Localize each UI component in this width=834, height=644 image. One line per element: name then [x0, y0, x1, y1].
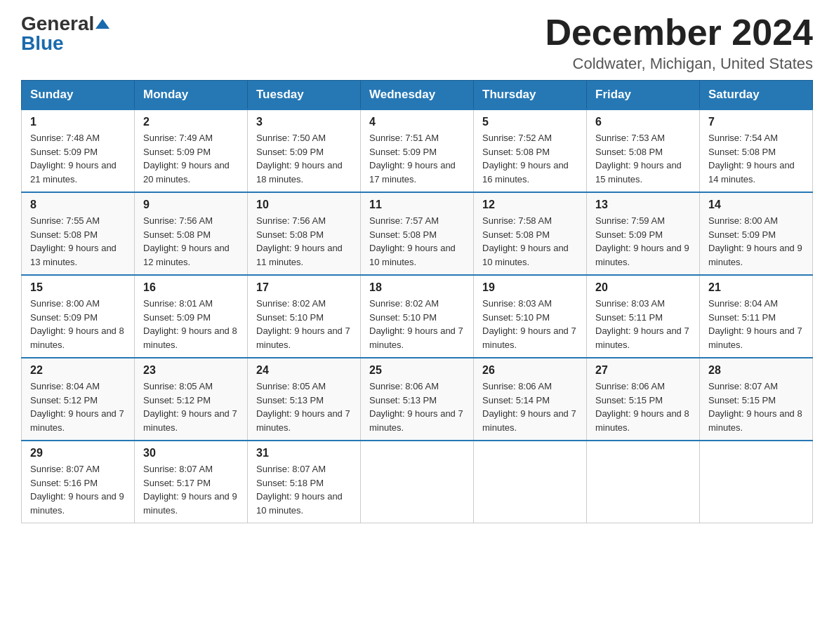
calendar-cell: 18 Sunrise: 8:02 AMSunset: 5:10 PMDaylig… [361, 275, 474, 358]
day-number: 30 [143, 447, 239, 459]
calendar-cell: 8 Sunrise: 7:55 AMSunset: 5:08 PMDayligh… [22, 192, 135, 275]
calendar-cell: 14 Sunrise: 8:00 AMSunset: 5:09 PMDaylig… [700, 192, 813, 275]
calendar-cell: 17 Sunrise: 8:02 AMSunset: 5:10 PMDaylig… [248, 275, 361, 358]
day-info: Sunrise: 8:05 AMSunset: 5:12 PMDaylight:… [143, 381, 237, 433]
day-number: 24 [256, 364, 352, 377]
day-number: 27 [595, 364, 691, 377]
day-number: 1 [30, 116, 126, 128]
calendar-cell: 10 Sunrise: 7:56 AMSunset: 5:08 PMDaylig… [248, 192, 361, 275]
calendar-week-row-4: 22 Sunrise: 8:04 AMSunset: 5:12 PMDaylig… [22, 358, 813, 441]
day-info: Sunrise: 8:04 AMSunset: 5:12 PMDaylight:… [30, 381, 124, 433]
day-number: 16 [143, 281, 239, 294]
day-number: 3 [256, 116, 352, 128]
day-info: Sunrise: 8:01 AMSunset: 5:09 PMDaylight:… [143, 298, 237, 350]
calendar-cell: 5 Sunrise: 7:52 AMSunset: 5:08 PMDayligh… [474, 109, 587, 192]
day-number: 4 [369, 116, 465, 128]
day-info: Sunrise: 7:56 AMSunset: 5:08 PMDaylight:… [143, 215, 230, 267]
calendar-cell [587, 441, 700, 523]
day-number: 23 [143, 364, 239, 377]
page-header: General Blue December 2024 Coldwater, Mi… [21, 14, 813, 73]
day-info: Sunrise: 8:03 AMSunset: 5:10 PMDaylight:… [482, 298, 576, 350]
calendar-cell: 29 Sunrise: 8:07 AMSunset: 5:16 PMDaylig… [22, 441, 135, 523]
calendar-cell: 24 Sunrise: 8:05 AMSunset: 5:13 PMDaylig… [248, 358, 361, 441]
calendar-header-friday: Friday [587, 81, 700, 110]
day-number: 31 [256, 447, 352, 459]
day-number: 12 [482, 199, 578, 211]
day-info: Sunrise: 7:48 AMSunset: 5:09 PMDaylight:… [30, 133, 117, 185]
logo: General Blue [21, 14, 110, 53]
day-number: 29 [30, 447, 126, 459]
day-info: Sunrise: 7:50 AMSunset: 5:09 PMDaylight:… [256, 133, 343, 185]
day-number: 21 [708, 281, 804, 294]
day-number: 28 [708, 364, 804, 377]
day-number: 18 [369, 281, 465, 294]
day-info: Sunrise: 8:04 AMSunset: 5:11 PMDaylight:… [708, 298, 802, 350]
calendar-cell: 21 Sunrise: 8:04 AMSunset: 5:11 PMDaylig… [700, 275, 813, 358]
day-info: Sunrise: 8:07 AMSunset: 5:16 PMDaylight:… [30, 464, 124, 516]
calendar-header-row: SundayMondayTuesdayWednesdayThursdayFrid… [22, 81, 813, 110]
day-info: Sunrise: 7:53 AMSunset: 5:08 PMDaylight:… [595, 133, 682, 185]
day-number: 5 [482, 116, 578, 128]
calendar-cell: 2 Sunrise: 7:49 AMSunset: 5:09 PMDayligh… [135, 109, 248, 192]
calendar-header-monday: Monday [135, 81, 248, 110]
day-info: Sunrise: 7:55 AMSunset: 5:08 PMDaylight:… [30, 215, 117, 267]
calendar-cell: 15 Sunrise: 8:00 AMSunset: 5:09 PMDaylig… [22, 275, 135, 358]
day-info: Sunrise: 7:57 AMSunset: 5:08 PMDaylight:… [369, 215, 456, 267]
calendar-cell: 31 Sunrise: 8:07 AMSunset: 5:18 PMDaylig… [248, 441, 361, 523]
calendar-cell: 7 Sunrise: 7:54 AMSunset: 5:08 PMDayligh… [700, 109, 813, 192]
calendar-week-row-3: 15 Sunrise: 8:00 AMSunset: 5:09 PMDaylig… [22, 275, 813, 358]
day-number: 13 [595, 199, 691, 211]
calendar-cell: 23 Sunrise: 8:05 AMSunset: 5:12 PMDaylig… [135, 358, 248, 441]
day-number: 26 [482, 364, 578, 377]
logo-triangle-icon [95, 19, 110, 29]
title-section: December 2024 Coldwater, Michigan, Unite… [545, 14, 813, 73]
calendar-cell: 1 Sunrise: 7:48 AMSunset: 5:09 PMDayligh… [22, 109, 135, 192]
day-info: Sunrise: 7:54 AMSunset: 5:08 PMDaylight:… [708, 133, 795, 185]
day-info: Sunrise: 8:06 AMSunset: 5:15 PMDaylight:… [595, 381, 689, 433]
day-number: 17 [256, 281, 352, 294]
calendar-cell: 11 Sunrise: 7:57 AMSunset: 5:08 PMDaylig… [361, 192, 474, 275]
day-info: Sunrise: 8:05 AMSunset: 5:13 PMDaylight:… [256, 381, 350, 433]
day-number: 15 [30, 281, 126, 294]
day-info: Sunrise: 7:52 AMSunset: 5:08 PMDaylight:… [482, 133, 569, 185]
calendar-header-tuesday: Tuesday [248, 81, 361, 110]
day-info: Sunrise: 7:58 AMSunset: 5:08 PMDaylight:… [482, 215, 569, 267]
calendar-header-wednesday: Wednesday [361, 81, 474, 110]
logo-general-text: General [21, 14, 94, 34]
calendar-cell [700, 441, 813, 523]
day-number: 11 [369, 199, 465, 211]
calendar-week-row-1: 1 Sunrise: 7:48 AMSunset: 5:09 PMDayligh… [22, 109, 813, 192]
day-info: Sunrise: 7:56 AMSunset: 5:08 PMDaylight:… [256, 215, 343, 267]
calendar-cell: 25 Sunrise: 8:06 AMSunset: 5:13 PMDaylig… [361, 358, 474, 441]
calendar-week-row-5: 29 Sunrise: 8:07 AMSunset: 5:16 PMDaylig… [22, 441, 813, 523]
day-number: 20 [595, 281, 691, 294]
day-info: Sunrise: 8:06 AMSunset: 5:14 PMDaylight:… [482, 381, 576, 433]
day-number: 25 [369, 364, 465, 377]
calendar-cell: 19 Sunrise: 8:03 AMSunset: 5:10 PMDaylig… [474, 275, 587, 358]
calendar-header-saturday: Saturday [700, 81, 813, 110]
calendar-cell: 16 Sunrise: 8:01 AMSunset: 5:09 PMDaylig… [135, 275, 248, 358]
calendar-cell: 20 Sunrise: 8:03 AMSunset: 5:11 PMDaylig… [587, 275, 700, 358]
calendar-cell: 6 Sunrise: 7:53 AMSunset: 5:08 PMDayligh… [587, 109, 700, 192]
day-info: Sunrise: 8:00 AMSunset: 5:09 PMDaylight:… [708, 215, 802, 267]
day-number: 2 [143, 116, 239, 128]
day-info: Sunrise: 8:07 AMSunset: 5:18 PMDaylight:… [256, 464, 343, 516]
calendar-cell: 3 Sunrise: 7:50 AMSunset: 5:09 PMDayligh… [248, 109, 361, 192]
day-number: 6 [595, 116, 691, 128]
calendar-cell: 9 Sunrise: 7:56 AMSunset: 5:08 PMDayligh… [135, 192, 248, 275]
calendar-header-thursday: Thursday [474, 81, 587, 110]
day-info: Sunrise: 8:00 AMSunset: 5:09 PMDaylight:… [30, 298, 124, 350]
day-number: 14 [708, 199, 804, 211]
day-info: Sunrise: 7:59 AMSunset: 5:09 PMDaylight:… [595, 215, 689, 267]
day-info: Sunrise: 8:07 AMSunset: 5:17 PMDaylight:… [143, 464, 237, 516]
calendar-cell: 30 Sunrise: 8:07 AMSunset: 5:17 PMDaylig… [135, 441, 248, 523]
day-number: 22 [30, 364, 126, 377]
calendar-cell: 4 Sunrise: 7:51 AMSunset: 5:09 PMDayligh… [361, 109, 474, 192]
day-number: 9 [143, 199, 239, 211]
month-title: December 2024 [545, 14, 813, 51]
calendar-cell: 12 Sunrise: 7:58 AMSunset: 5:08 PMDaylig… [474, 192, 587, 275]
day-info: Sunrise: 7:49 AMSunset: 5:09 PMDaylight:… [143, 133, 230, 185]
calendar-cell [474, 441, 587, 523]
day-info: Sunrise: 8:03 AMSunset: 5:11 PMDaylight:… [595, 298, 689, 350]
calendar-cell: 26 Sunrise: 8:06 AMSunset: 5:14 PMDaylig… [474, 358, 587, 441]
